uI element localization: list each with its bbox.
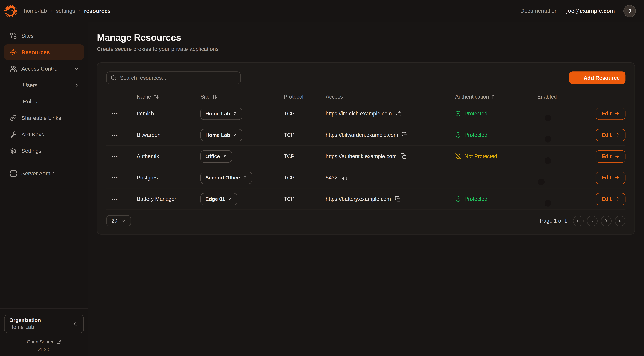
user-email[interactable]: joe@example.com xyxy=(566,8,615,14)
row-more-button[interactable]: ⋯ xyxy=(106,132,137,138)
page-size-select[interactable]: 20 xyxy=(106,215,131,226)
add-resource-button[interactable]: Add Resource xyxy=(569,72,626,84)
column-header-enabled: Enabled xyxy=(537,94,594,100)
shield-check-icon xyxy=(455,196,461,202)
sidebar-item-sites[interactable]: Sites xyxy=(4,28,84,44)
chevrons-up-down-icon xyxy=(73,321,78,327)
copy-icon[interactable] xyxy=(396,110,402,117)
resource-protocol: TCP xyxy=(284,174,326,181)
arrow-right-icon xyxy=(614,132,620,138)
row-more-button[interactable]: ⋯ xyxy=(106,110,137,117)
site-link-badge[interactable]: Office xyxy=(200,150,232,162)
sort-icon[interactable] xyxy=(491,94,497,100)
next-page-button[interactable] xyxy=(601,216,612,226)
copy-icon[interactable] xyxy=(400,153,406,159)
row-more-button[interactable]: ⋯ xyxy=(106,153,137,159)
key-icon xyxy=(10,131,17,138)
copy-icon[interactable] xyxy=(402,132,408,138)
sidebar-item-server-admin[interactable]: Server Admin xyxy=(4,166,84,181)
sidebar-item-settings[interactable]: Settings xyxy=(4,143,84,158)
app-window: home-lab › settings › resources Document… xyxy=(0,0,644,356)
pagination xyxy=(573,216,626,226)
table-row: ⋯ Battery Manager Edge 01 TCP https://ba… xyxy=(106,188,626,210)
edit-button[interactable]: Edit xyxy=(596,150,626,162)
sidebar-item-label: Settings xyxy=(21,148,41,154)
edit-button[interactable]: Edit xyxy=(596,108,626,120)
column-header-authentication[interactable]: Authentication xyxy=(455,94,537,100)
prev-page-button[interactable] xyxy=(587,216,598,226)
breadcrumb: home-lab › settings › resources xyxy=(24,8,110,14)
breadcrumb-separator-icon: › xyxy=(79,8,80,14)
site-link-badge[interactable]: Second Office xyxy=(200,172,252,184)
sidebar-item-users[interactable]: Users xyxy=(4,77,84,93)
column-header-access: Access xyxy=(326,94,455,100)
resources-icon xyxy=(10,49,17,56)
search-wrap xyxy=(106,72,240,84)
site-name: Home Lab xyxy=(206,110,230,116)
auth-status: Protected xyxy=(455,110,537,117)
table-row: ⋯ Immich Home Lab TCP https://immich.exa… xyxy=(106,103,626,124)
site-link-badge[interactable]: Home Lab xyxy=(200,108,242,120)
link-icon xyxy=(10,114,17,121)
open-source-link[interactable]: Open Source xyxy=(0,339,88,344)
shield-off-icon xyxy=(455,153,461,159)
arrow-right-icon xyxy=(614,196,620,202)
breadcrumb-settings[interactable]: settings xyxy=(56,8,75,14)
copy-icon[interactable] xyxy=(341,174,348,181)
organization-selector[interactable]: Organization Home Lab xyxy=(4,314,84,333)
sidebar-item-api-keys[interactable]: API Keys xyxy=(4,126,84,142)
edit-button[interactable]: Edit xyxy=(596,129,626,141)
last-page-button[interactable] xyxy=(615,216,626,226)
organization-value: Home Lab xyxy=(10,324,41,330)
auth-status: Protected xyxy=(455,132,537,138)
sidebar-item-access-control[interactable]: Access Control xyxy=(4,61,84,76)
scrollbar-track[interactable] xyxy=(643,0,644,356)
site-name: Edge 01 xyxy=(206,196,225,202)
arrow-up-right-icon xyxy=(233,133,238,137)
resource-name: Immich xyxy=(137,110,200,117)
sidebar-item-label: Shareable Links xyxy=(21,115,61,121)
main-content: Manage Resources Create secure proxies t… xyxy=(88,22,644,356)
site-name: Second Office xyxy=(206,175,240,180)
arrow-up-right-icon xyxy=(228,197,232,201)
breadcrumb-org[interactable]: home-lab xyxy=(24,8,47,14)
sort-icon[interactable] xyxy=(212,94,218,100)
chevron-down-icon xyxy=(121,218,126,223)
sidebar-item-resources[interactable]: Resources xyxy=(4,44,84,60)
page-subtitle: Create secure proxies to your private ap… xyxy=(97,46,644,52)
table-row: ⋯ Bitwarden Home Lab TCP https://bitward… xyxy=(106,124,626,146)
resource-name: Postgres xyxy=(137,174,200,181)
edit-button[interactable]: Edit xyxy=(596,172,626,184)
shield-check-icon xyxy=(455,132,461,138)
site-name: Home Lab xyxy=(206,132,230,138)
row-more-button[interactable]: ⋯ xyxy=(106,196,137,202)
server-icon xyxy=(10,170,17,177)
pangolin-logo[interactable] xyxy=(3,4,18,18)
sidebar-item-roles[interactable]: Roles xyxy=(4,94,84,109)
resources-table: Name Site Protocol Access Authentication… xyxy=(106,91,626,210)
auth-status: - xyxy=(455,174,537,181)
row-more-button[interactable]: ⋯ xyxy=(106,174,137,181)
arrow-up-right-icon xyxy=(233,111,238,116)
documentation-link[interactable]: Documentation xyxy=(520,8,558,14)
auth-status: Protected xyxy=(455,196,537,202)
table-header: Name Site Protocol Access Authentication… xyxy=(106,91,626,103)
site-link-badge[interactable]: Edge 01 xyxy=(200,193,237,205)
column-header-name[interactable]: Name xyxy=(137,94,200,100)
first-page-button[interactable] xyxy=(573,216,584,226)
column-header-site[interactable]: Site xyxy=(200,94,284,100)
search-input[interactable] xyxy=(106,72,240,84)
chevron-down-icon xyxy=(74,66,80,72)
sidebar-item-shareable-links[interactable]: Shareable Links xyxy=(4,110,84,126)
chevron-right-icon xyxy=(74,82,80,88)
sidebar-item-label: Server Admin xyxy=(21,170,55,176)
user-avatar[interactable]: J xyxy=(624,5,636,17)
resource-access-port: 5432 xyxy=(326,174,338,181)
edit-button[interactable]: Edit xyxy=(596,193,626,205)
sort-icon[interactable] xyxy=(154,94,159,100)
site-link-badge[interactable]: Home Lab xyxy=(200,129,242,141)
copy-icon[interactable] xyxy=(394,196,401,202)
resource-access-url: https://battery.example.com xyxy=(326,196,391,202)
sidebar-item-label: Roles xyxy=(23,98,37,104)
page-size-value: 20 xyxy=(112,218,117,224)
